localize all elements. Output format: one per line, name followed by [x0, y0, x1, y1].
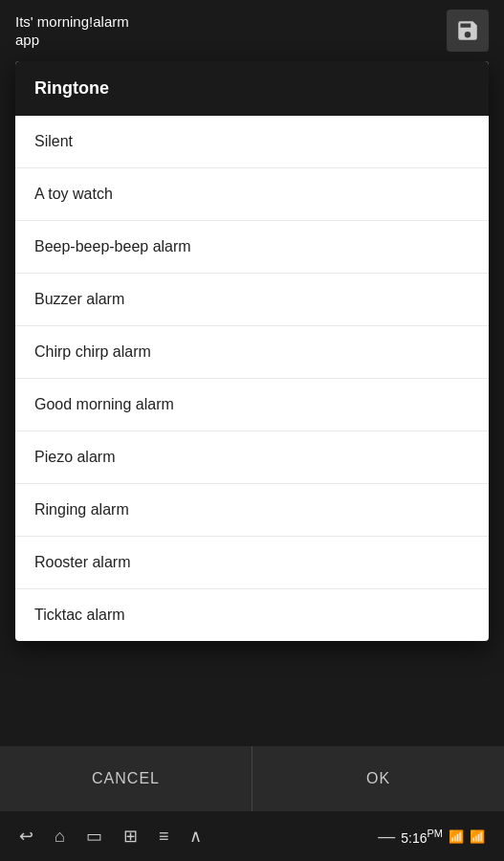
recents-icon[interactable]: ▭ — [86, 826, 102, 847]
menu-icon[interactable]: ≡ — [159, 827, 169, 847]
list-item[interactable]: Rooster alarm — [15, 537, 489, 589]
back-icon[interactable]: ↩ — [19, 826, 33, 847]
dialog-title: Ringtone — [15, 61, 489, 116]
system-nav-bar: ↩ ⌂ ▭ ⊞ ≡ ∧ — 5:16PM 📶 📶 — [0, 811, 504, 861]
up-icon[interactable]: ∧ — [189, 826, 202, 847]
ok-button[interactable]: OK — [252, 746, 504, 811]
system-time: 5:16PM — [401, 828, 443, 846]
home-icon[interactable]: ⌂ — [55, 827, 65, 847]
list-item[interactable]: Piezo alarm — [15, 431, 489, 484]
app-bar: Its' morning!alarm app — [0, 0, 504, 61]
cancel-button[interactable]: CANCEL — [0, 746, 252, 811]
app-title: Its' morning!alarm app — [15, 12, 129, 50]
nav-right: — 5:16PM 📶 📶 — [378, 827, 485, 847]
list-item[interactable]: Ringing alarm — [15, 484, 489, 537]
ringtone-list: Silent A toy watch Beep-beep-beep alarm … — [15, 116, 489, 641]
list-item[interactable]: Buzzer alarm — [15, 274, 489, 326]
list-item[interactable]: Good morning alarm — [15, 379, 489, 431]
ringtone-dialog: Ringtone Silent A toy watch Beep-beep-be… — [15, 61, 489, 641]
nav-left: ↩ ⌂ ▭ ⊞ ≡ ∧ — [19, 826, 202, 847]
list-item[interactable]: Beep-beep-beep alarm — [15, 221, 489, 274]
screenshot-icon[interactable]: ⊞ — [123, 826, 138, 847]
signal-icon: 📶 — [470, 829, 485, 844]
save-button[interactable] — [447, 10, 489, 52]
bottom-action-bar: CANCEL OK — [0, 746, 504, 811]
save-icon — [455, 18, 480, 43]
list-item[interactable]: A toy watch — [15, 168, 489, 221]
separator: — — [378, 827, 395, 847]
list-item[interactable]: Silent — [15, 116, 489, 168]
dialog-overlay: Ringtone Silent A toy watch Beep-beep-be… — [15, 61, 489, 737]
wifi-icon: 📶 — [449, 829, 464, 844]
list-item[interactable]: Chirp chirp alarm — [15, 326, 489, 379]
list-item[interactable]: Ticktac alarm — [15, 589, 489, 641]
